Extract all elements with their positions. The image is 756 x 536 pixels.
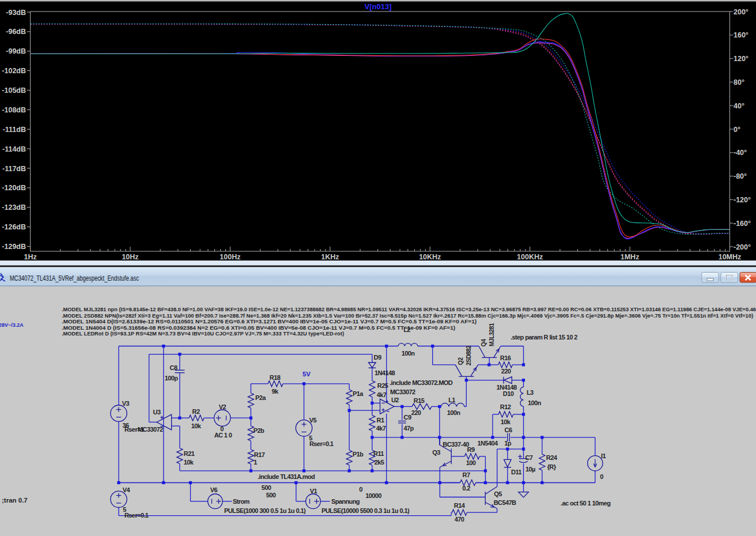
svg-text:2k5: 2k5	[375, 459, 384, 466]
svg-text:100n: 100n	[528, 399, 542, 406]
svg-text:120°: 120°	[734, 55, 749, 63]
svg-text:100n: 100n	[447, 409, 461, 416]
svg-text:0°: 0°	[734, 126, 740, 134]
svg-text:MC33072: MC33072	[390, 388, 415, 395]
svg-text:Q2: Q2	[457, 357, 464, 365]
svg-text:-117dB: -117dB	[2, 165, 26, 173]
svg-text:R14: R14	[454, 502, 466, 509]
svg-text:100: 100	[466, 459, 476, 466]
svg-text:P2a: P2a	[255, 394, 266, 401]
svg-text:R25: R25	[377, 382, 388, 389]
svg-text:P1a: P1a	[353, 390, 364, 397]
svg-text:AC 1 0: AC 1 0	[214, 432, 232, 439]
svg-text:Spannung: Spannung	[331, 498, 360, 505]
svg-text:BC337-40: BC337-40	[443, 441, 469, 448]
svg-text:.MODEL 1N4004 D (IS=5.31656e-0: .MODEL 1N4004 D (IS=5.31656e-08 RS=0.039…	[62, 325, 455, 331]
svg-text:10k: 10k	[184, 459, 194, 466]
svg-text:9k: 9k	[271, 388, 279, 395]
svg-text:-160°: -160°	[734, 220, 751, 228]
svg-text:-200°: -200°	[734, 243, 751, 251]
svg-text:0.2: 0.2	[462, 485, 470, 492]
svg-text:I1: I1	[601, 452, 606, 459]
svg-text:40°: 40°	[734, 102, 744, 110]
svg-text:-108dB: -108dB	[2, 106, 26, 114]
svg-text:-120°: -120°	[734, 196, 751, 204]
svg-text:1KHz: 1KHz	[321, 253, 339, 261]
svg-text:R2: R2	[192, 408, 200, 415]
svg-text:220: 220	[411, 409, 421, 416]
svg-text:220: 220	[501, 368, 511, 375]
svg-text:-105dB: -105dB	[2, 86, 26, 95]
svg-text:80°: 80°	[734, 78, 744, 86]
svg-text:V3: V3	[122, 400, 130, 407]
svg-text:R1: R1	[377, 417, 384, 424]
svg-text:P1b: P1b	[353, 451, 364, 458]
svg-text:V[n013]: V[n013]	[365, 2, 392, 11]
svg-text:500: 500	[266, 492, 276, 499]
svg-text:.include TL431A.mod: .include TL431A.mod	[258, 473, 315, 480]
svg-text:200°: 200°	[734, 8, 749, 16]
svg-text:PULSE(1000 300 0.5 1u 1u 0.1): PULSE(1000 300 0.5 1u 1u 0.1)	[224, 507, 306, 514]
svg-text:MJL3281: MJL3281	[488, 323, 495, 346]
svg-text:1: 1	[254, 459, 257, 466]
svg-text:R7: R7	[463, 471, 470, 478]
svg-text:R16: R16	[500, 354, 511, 361]
svg-text:Strom: Strom	[233, 498, 250, 505]
svg-text:28V~/3.2A: 28V~/3.2A	[0, 322, 24, 328]
svg-text:.MODEL 1N5404 D(IS=2.61339e-12: .MODEL 1N5404 D(IS=2.61339e-12 RS=0.0110…	[62, 319, 477, 324]
svg-text:.MODEL 2SD882 NPN(Is=282f Xti=: .MODEL 2SD882 NPN(Is=282f Xti=3 Eg=1.11 …	[62, 313, 753, 319]
svg-text:Q5: Q5	[494, 490, 502, 497]
svg-text:R9: R9	[467, 446, 475, 453]
svg-text:-114dB: -114dB	[2, 145, 26, 153]
svg-text:{R}: {R}	[547, 463, 557, 470]
svg-text:1MHz: 1MHz	[621, 253, 640, 261]
svg-text:Q4: Q4	[480, 339, 487, 347]
svg-text:C8: C8	[170, 364, 177, 371]
svg-text:.include MC33072.MOD: .include MC33072.MOD	[390, 379, 453, 386]
svg-text:10k: 10k	[191, 422, 202, 429]
svg-text:V5: V5	[309, 417, 317, 424]
svg-text:Rser=0.1: Rser=0.1	[124, 512, 149, 519]
svg-text:V4: V4	[123, 486, 131, 493]
svg-text:.step param R list 15 10 2: .step param R list 15 10 2	[511, 334, 577, 341]
svg-text:V1: V1	[310, 488, 317, 495]
svg-text:V2: V2	[219, 403, 226, 410]
svg-text:-129dB: -129dB	[2, 243, 26, 251]
svg-text:100KHz: 100KHz	[517, 253, 543, 261]
svg-text:0: 0	[359, 486, 362, 493]
svg-text:U2: U2	[391, 397, 399, 403]
svg-text:R11: R11	[373, 450, 384, 457]
svg-text:10KHz: 10KHz	[419, 253, 441, 261]
svg-text:1N4148: 1N4148	[375, 369, 395, 376]
svg-text:MC34072_TL431A_5VRef_abgespeck: MC34072_TL431A_5VRef_abgespeckt_Endstufe…	[10, 274, 139, 282]
svg-text:-40°: -40°	[734, 149, 747, 157]
svg-text:C7: C7	[526, 454, 533, 461]
svg-text:R21: R21	[184, 450, 195, 457]
svg-text:R17: R17	[254, 451, 265, 458]
svg-text:-99dB: -99dB	[6, 47, 26, 55]
svg-text:5V: 5V	[303, 371, 311, 378]
svg-text:D10: D10	[503, 390, 514, 397]
svg-text:1N5404: 1N5404	[478, 440, 498, 447]
svg-text:R18: R18	[270, 374, 281, 381]
svg-text:4k7: 4k7	[377, 391, 387, 398]
svg-text:MC33072: MC33072	[138, 426, 163, 433]
svg-text:10µ: 10µ	[526, 466, 535, 473]
svg-text:10000: 10000	[365, 492, 381, 499]
svg-text:L1: L1	[448, 397, 455, 403]
svg-text:2SD882: 2SD882	[465, 345, 472, 365]
svg-text:-120dB: -120dB	[2, 184, 26, 192]
svg-text:1p: 1p	[504, 440, 512, 447]
svg-text:BC547B: BC547B	[494, 499, 516, 506]
svg-text:-111dB: -111dB	[3, 126, 26, 134]
svg-text:.MODEL MJL3281 npn (IS=9.8145e: .MODEL MJL3281 npn (IS=9.8145e-12 BF=438…	[62, 307, 756, 312]
svg-text:-102dB: -102dB	[2, 67, 26, 75]
svg-text:-93dB: -93dB	[6, 9, 26, 17]
svg-text:100n: 100n	[402, 350, 415, 357]
svg-text:-126dB: -126dB	[2, 223, 26, 231]
svg-text:500: 500	[262, 484, 271, 491]
svg-text:V6: V6	[210, 486, 218, 493]
svg-text:10Hz: 10Hz	[122, 253, 138, 261]
svg-text:U3: U3	[153, 409, 161, 416]
svg-text:.ac oct 50 1 10meg: .ac oct 50 1 10meg	[561, 500, 610, 507]
